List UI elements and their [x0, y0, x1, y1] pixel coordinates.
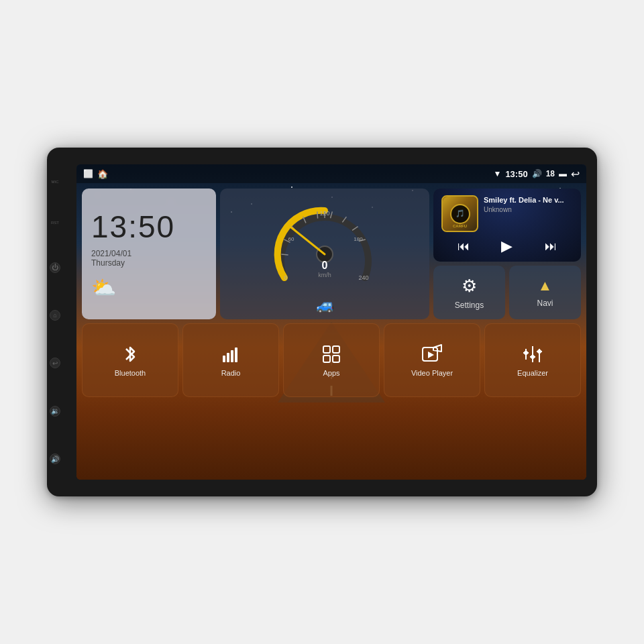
right-column: 🎵 CARFU Smiley ft. Delia - Ne v... Unkno…	[433, 189, 581, 319]
main-screen: ⬜ 🏠 ▼ 13:50 🔊 18 ▬ ↩ 13:50 2021/04/01	[76, 164, 586, 480]
screen-content: ⬜ 🏠 ▼ 13:50 🔊 18 ▬ ↩ 13:50 2021/04/01	[76, 164, 586, 480]
vol-down-icon[interactable]: 🔉	[50, 406, 60, 417]
apps-button[interactable]: Apps	[283, 323, 380, 397]
svg-text:60: 60	[288, 236, 294, 242]
vol-down-button[interactable]: 🔉	[50, 406, 60, 417]
play-button[interactable]: ▶	[501, 237, 513, 255]
volume-icon: 🔊	[532, 169, 542, 178]
top-widgets-row: 13:50 2021/04/01 Thursday ⛅	[82, 189, 581, 319]
clock-day: Thursday	[91, 258, 207, 268]
rst-control: RST	[51, 221, 59, 225]
svg-text:0: 0	[322, 260, 328, 271]
settings-label: Settings	[455, 301, 484, 310]
vol-up-icon[interactable]: 🔊	[50, 453, 60, 464]
clock-date: 2021/04/01	[91, 249, 207, 258]
vol-up-button[interactable]: 🔊	[50, 453, 60, 464]
svg-text:km/h: km/h	[318, 272, 331, 278]
speedometer-widget: 0 240 120 60 180 0	[220, 189, 429, 319]
apps-bar: Bluetooth Radio	[82, 323, 581, 397]
svg-point-38	[537, 350, 541, 354]
clock-time-display: 13:50	[91, 209, 207, 245]
power-button[interactable]: ⏻	[50, 262, 60, 273]
apps-label: Apps	[323, 369, 339, 377]
clock-widget: 13:50 2021/04/01 Thursday ⛅	[82, 189, 216, 319]
svg-rect-23	[323, 346, 330, 353]
svg-rect-20	[227, 353, 229, 362]
mic-label: MIC	[52, 180, 59, 184]
bluetooth-icon	[119, 343, 141, 365]
music-top-section: 🎵 CARFU Smiley ft. Delia - Ne v... Unkno…	[441, 195, 573, 232]
navi-button[interactable]: ▲ Navi	[509, 266, 581, 319]
svg-marker-29	[428, 352, 434, 358]
back-side-icon[interactable]: ↩	[50, 358, 60, 368]
music-info: Smiley ft. Delia - Ne v... Unknown	[484, 195, 573, 213]
svg-text:240: 240	[358, 274, 368, 281]
back-side-button[interactable]: ↩	[50, 358, 60, 368]
svg-rect-25	[323, 356, 330, 362]
apps-icon	[321, 343, 342, 365]
equalizer-label: Equalizer	[517, 369, 548, 377]
music-artist: Unknown	[484, 206, 573, 213]
settings-navi-row: ⚙ Settings ▲ Navi	[433, 266, 581, 319]
settings-icon: ⚙	[462, 276, 477, 297]
music-title: Smiley ft. Delia - Ne v...	[484, 195, 573, 205]
radio-label: Radio	[221, 369, 241, 377]
home-side-icon[interactable]: ⌂	[50, 310, 60, 321]
equalizer-icon	[522, 343, 543, 365]
next-button[interactable]: ⏭	[545, 239, 557, 254]
weather-icon: ⛅	[91, 276, 207, 299]
home-side-button[interactable]: ⌂	[50, 310, 60, 321]
battery-icon: ▬	[559, 169, 567, 178]
status-bar: ⬜ 🏠 ▼ 13:50 🔊 18 ▬ ↩	[76, 164, 586, 183]
back-button[interactable]: ↩	[571, 168, 580, 180]
svg-line-16	[291, 227, 325, 254]
navi-icon: ▲	[538, 277, 553, 294]
svg-rect-19	[223, 356, 225, 362]
status-time: 13:50	[505, 169, 527, 179]
equalizer-button[interactable]: Equalizer	[484, 323, 581, 397]
main-content-area: 13:50 2021/04/01 Thursday ⛅	[76, 183, 586, 480]
car-head-unit: MIC RST ⏻ ⌂ ↩ 🔉 🔊	[47, 148, 597, 496]
svg-text:120: 120	[319, 210, 329, 217]
svg-point-32	[524, 351, 528, 355]
video-player-button[interactable]: Video Player	[384, 323, 480, 397]
mic-control: MIC	[52, 180, 59, 184]
radio-button[interactable]: Radio	[182, 323, 279, 397]
power-icon[interactable]: ⏻	[50, 262, 60, 273]
home-app-icon: 🏠	[97, 169, 108, 179]
music-content: 🎵 CARFU Smiley ft. Delia - Ne v... Unkno…	[441, 195, 573, 255]
wifi-signal-icon: ▼	[494, 169, 502, 178]
car-icon: 🚙	[316, 297, 334, 314]
settings-button[interactable]: ⚙ Settings	[433, 266, 505, 319]
bluetooth-button[interactable]: Bluetooth	[82, 323, 178, 397]
bluetooth-label: Bluetooth	[115, 369, 146, 377]
music-widget: 🎵 CARFU Smiley ft. Delia - Ne v... Unkno…	[433, 189, 581, 262]
window-icon: ⬜	[83, 169, 93, 178]
video-icon	[421, 343, 443, 365]
svg-point-35	[531, 355, 535, 359]
prev-button[interactable]: ⏮	[458, 239, 470, 254]
svg-text:180: 180	[354, 236, 363, 242]
music-controls: ⏮ ▶ ⏭	[441, 237, 573, 255]
speedo-svg: 0 240 120 60 180 0	[271, 201, 378, 308]
svg-text:0: 0	[284, 274, 287, 281]
rst-label: RST	[51, 221, 59, 225]
svg-rect-21	[231, 350, 233, 362]
album-art: 🎵 CARFU	[441, 195, 478, 232]
left-side-controls: MIC RST ⏻ ⌂ ↩ 🔉 🔊	[50, 148, 60, 496]
speedo-container: 0 240 120 60 180 0	[271, 201, 378, 308]
video-player-label: Video Player	[411, 369, 453, 377]
navi-label: Navi	[537, 299, 553, 308]
svg-rect-26	[333, 356, 339, 362]
radio-icon	[220, 343, 241, 365]
svg-rect-22	[235, 347, 237, 362]
volume-level: 18	[546, 169, 555, 178]
svg-rect-24	[333, 346, 339, 353]
